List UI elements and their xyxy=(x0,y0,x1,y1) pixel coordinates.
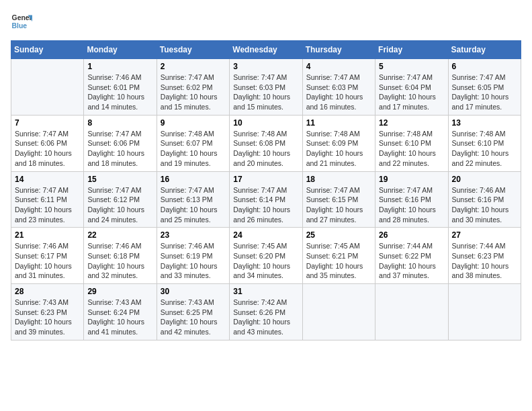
day-info: Sunrise: 7:47 AMSunset: 6:13 PMDaylight:… xyxy=(161,185,226,225)
day-info: Sunrise: 7:46 AMSunset: 6:17 PMDaylight:… xyxy=(15,241,80,281)
day-header-sunday: Sunday xyxy=(11,41,84,59)
day-info: Sunrise: 7:47 AMSunset: 6:11 PMDaylight:… xyxy=(15,185,80,225)
calendar-cell xyxy=(448,284,521,340)
day-number: 11 xyxy=(306,118,371,128)
day-info: Sunrise: 7:48 AMSunset: 6:08 PMDaylight:… xyxy=(233,129,298,169)
day-number: 20 xyxy=(452,175,517,184)
day-info: Sunrise: 7:47 AMSunset: 6:05 PMDaylight:… xyxy=(452,73,517,112)
calendar-cell: 14Sunrise: 7:47 AMSunset: 6:11 PMDayligh… xyxy=(11,171,84,228)
calendar-cell: 17Sunrise: 7:47 AMSunset: 6:14 PMDayligh… xyxy=(230,171,302,228)
calendar-cell: 24Sunrise: 7:45 AMSunset: 6:20 PMDayligh… xyxy=(230,228,302,284)
day-info: Sunrise: 7:42 AMSunset: 6:26 PMDaylight:… xyxy=(233,298,298,337)
calendar-cell: 10Sunrise: 7:48 AMSunset: 6:08 PMDayligh… xyxy=(230,115,302,171)
day-header-wednesday: Wednesday xyxy=(230,41,302,59)
calendar-cell: 3Sunrise: 7:47 AMSunset: 6:03 PMDaylight… xyxy=(230,59,302,116)
calendar-cell: 12Sunrise: 7:48 AMSunset: 6:10 PMDayligh… xyxy=(375,115,448,171)
calendar-cell: 9Sunrise: 7:48 AMSunset: 6:07 PMDaylight… xyxy=(157,115,229,171)
day-number: 10 xyxy=(233,118,298,128)
day-info: Sunrise: 7:46 AMSunset: 6:18 PMDaylight:… xyxy=(87,241,152,281)
calendar-table: SundayMondayTuesdayWednesdayThursdayFrid… xyxy=(11,40,521,340)
day-number: 6 xyxy=(452,62,517,71)
day-header-saturday: Saturday xyxy=(448,41,521,59)
header-row: SundayMondayTuesdayWednesdayThursdayFrid… xyxy=(11,41,521,59)
day-number: 25 xyxy=(306,230,371,240)
day-info: Sunrise: 7:48 AMSunset: 6:07 PMDaylight:… xyxy=(161,129,226,169)
day-info: Sunrise: 7:44 AMSunset: 6:22 PMDaylight:… xyxy=(379,241,444,281)
day-info: Sunrise: 7:47 AMSunset: 6:03 PMDaylight:… xyxy=(306,73,371,112)
day-number: 7 xyxy=(15,118,80,128)
calendar-cell: 5Sunrise: 7:47 AMSunset: 6:04 PMDaylight… xyxy=(375,59,448,116)
calendar-cell: 23Sunrise: 7:46 AMSunset: 6:19 PMDayligh… xyxy=(157,228,229,284)
day-number: 18 xyxy=(306,175,371,184)
day-number: 8 xyxy=(87,118,152,128)
calendar-cell: 15Sunrise: 7:47 AMSunset: 6:12 PMDayligh… xyxy=(84,171,157,228)
calendar-cell: 28Sunrise: 7:43 AMSunset: 6:23 PMDayligh… xyxy=(11,284,84,340)
day-number: 28 xyxy=(15,287,80,296)
day-header-tuesday: Tuesday xyxy=(157,41,229,59)
calendar-cell: 6Sunrise: 7:47 AMSunset: 6:05 PMDaylight… xyxy=(448,59,521,116)
day-info: Sunrise: 7:47 AMSunset: 6:06 PMDaylight:… xyxy=(15,129,80,169)
week-row-2: 7Sunrise: 7:47 AMSunset: 6:06 PMDaylight… xyxy=(11,115,521,171)
calendar-cell: 27Sunrise: 7:44 AMSunset: 6:23 PMDayligh… xyxy=(448,228,521,284)
day-number: 19 xyxy=(379,175,444,184)
calendar-cell: 18Sunrise: 7:47 AMSunset: 6:15 PMDayligh… xyxy=(302,171,375,228)
calendar-cell xyxy=(302,284,375,340)
day-info: Sunrise: 7:44 AMSunset: 6:23 PMDaylight:… xyxy=(452,241,517,281)
day-number: 23 xyxy=(161,230,226,240)
calendar-cell: 7Sunrise: 7:47 AMSunset: 6:06 PMDaylight… xyxy=(11,115,84,171)
day-number: 16 xyxy=(161,175,226,184)
calendar-cell: 19Sunrise: 7:47 AMSunset: 6:16 PMDayligh… xyxy=(375,171,448,228)
day-number: 2 xyxy=(161,62,226,71)
day-number: 30 xyxy=(161,287,226,296)
day-info: Sunrise: 7:43 AMSunset: 6:24 PMDaylight:… xyxy=(87,298,152,337)
day-info: Sunrise: 7:47 AMSunset: 6:14 PMDaylight:… xyxy=(233,185,298,225)
week-row-4: 21Sunrise: 7:46 AMSunset: 6:17 PMDayligh… xyxy=(11,228,521,284)
day-info: Sunrise: 7:43 AMSunset: 6:23 PMDaylight:… xyxy=(15,298,80,337)
day-number: 29 xyxy=(87,287,152,296)
day-number: 13 xyxy=(452,118,517,128)
calendar-cell: 4Sunrise: 7:47 AMSunset: 6:03 PMDaylight… xyxy=(302,59,375,116)
calendar-cell xyxy=(11,59,84,116)
day-header-thursday: Thursday xyxy=(302,41,375,59)
day-info: Sunrise: 7:47 AMSunset: 6:03 PMDaylight:… xyxy=(233,73,298,112)
calendar-cell: 30Sunrise: 7:43 AMSunset: 6:25 PMDayligh… xyxy=(157,284,229,340)
day-info: Sunrise: 7:47 AMSunset: 6:12 PMDaylight:… xyxy=(87,185,152,225)
calendar-cell: 29Sunrise: 7:43 AMSunset: 6:24 PMDayligh… xyxy=(84,284,157,340)
day-number: 27 xyxy=(452,230,517,240)
day-number: 4 xyxy=(306,62,371,71)
day-number: 22 xyxy=(87,230,152,240)
calendar-cell xyxy=(375,284,448,340)
calendar-cell: 11Sunrise: 7:48 AMSunset: 6:09 PMDayligh… xyxy=(302,115,375,171)
day-info: Sunrise: 7:47 AMSunset: 6:04 PMDaylight:… xyxy=(379,73,444,112)
day-number: 5 xyxy=(379,62,444,71)
day-info: Sunrise: 7:47 AMSunset: 6:02 PMDaylight:… xyxy=(161,73,226,112)
day-number: 1 xyxy=(87,62,152,71)
day-info: Sunrise: 7:47 AMSunset: 6:16 PMDaylight:… xyxy=(379,185,444,225)
calendar-cell: 16Sunrise: 7:47 AMSunset: 6:13 PMDayligh… xyxy=(157,171,229,228)
day-number: 3 xyxy=(233,62,298,71)
day-number: 17 xyxy=(233,175,298,184)
day-header-friday: Friday xyxy=(375,41,448,59)
day-number: 12 xyxy=(379,118,444,128)
day-info: Sunrise: 7:46 AMSunset: 6:01 PMDaylight:… xyxy=(87,73,152,112)
day-info: Sunrise: 7:47 AMSunset: 6:06 PMDaylight:… xyxy=(87,129,152,169)
logo: General Blue xyxy=(11,11,32,32)
calendar-cell: 2Sunrise: 7:47 AMSunset: 6:02 PMDaylight… xyxy=(157,59,229,116)
day-number: 15 xyxy=(87,175,152,184)
week-row-3: 14Sunrise: 7:47 AMSunset: 6:11 PMDayligh… xyxy=(11,171,521,228)
day-info: Sunrise: 7:48 AMSunset: 6:09 PMDaylight:… xyxy=(306,129,371,169)
week-row-1: 1Sunrise: 7:46 AMSunset: 6:01 PMDaylight… xyxy=(11,59,521,116)
day-number: 14 xyxy=(15,175,80,184)
day-header-monday: Monday xyxy=(84,41,157,59)
week-row-5: 28Sunrise: 7:43 AMSunset: 6:23 PMDayligh… xyxy=(11,284,521,340)
logo-icon: General Blue xyxy=(11,11,32,32)
day-info: Sunrise: 7:45 AMSunset: 6:20 PMDaylight:… xyxy=(233,241,298,281)
day-info: Sunrise: 7:48 AMSunset: 6:10 PMDaylight:… xyxy=(379,129,444,169)
calendar-cell: 31Sunrise: 7:42 AMSunset: 6:26 PMDayligh… xyxy=(230,284,302,340)
page-header: General Blue xyxy=(11,11,521,32)
calendar-cell: 8Sunrise: 7:47 AMSunset: 6:06 PMDaylight… xyxy=(84,115,157,171)
day-number: 21 xyxy=(15,230,80,240)
calendar-cell: 26Sunrise: 7:44 AMSunset: 6:22 PMDayligh… xyxy=(375,228,448,284)
svg-text:Blue: Blue xyxy=(12,22,28,30)
day-info: Sunrise: 7:46 AMSunset: 6:16 PMDaylight:… xyxy=(452,185,517,225)
